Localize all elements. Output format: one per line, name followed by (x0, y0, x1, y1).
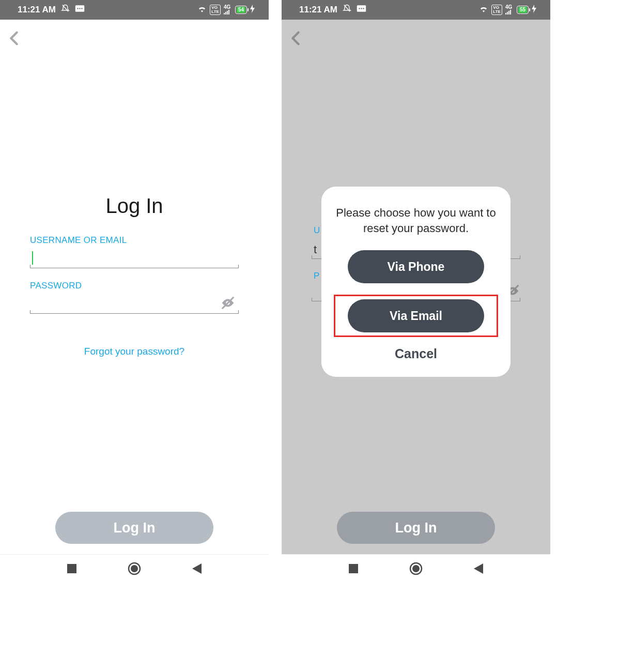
password-label: PASSWORD (30, 281, 239, 291)
svg-point-16 (359, 8, 360, 9)
login-button[interactable]: Log In (55, 512, 213, 544)
svg-point-2 (77, 8, 78, 9)
svg-marker-13 (192, 563, 202, 574)
message-icon (75, 5, 85, 15)
via-phone-button[interactable]: Via Phone (348, 250, 484, 283)
login-screen: Log In USERNAME OR EMAIL PASSWORD Forgot… (0, 20, 269, 554)
eye-slash-icon[interactable] (220, 295, 236, 313)
network-icon: 4G (224, 5, 232, 15)
svg-rect-8 (228, 10, 229, 14)
username-input[interactable] (33, 250, 239, 266)
phone-left-login: 11:21 AM VOLTE 4G 54 (0, 0, 269, 584)
login-screen-dimmed: U t P Log In Please choose how you want … (282, 20, 550, 554)
reset-password-modal: Please choose how you want to reset your… (321, 187, 511, 377)
message-icon (357, 5, 366, 15)
username-input-wrap[interactable] (30, 248, 239, 268)
svg-rect-10 (67, 564, 76, 573)
wifi-icon (479, 5, 488, 15)
battery-icon: 55 (517, 6, 529, 14)
charging-icon (250, 5, 255, 16)
svg-rect-20 (507, 12, 508, 14)
phone-right-reset-modal: 11:21 AM VOLTE 4G 55 (282, 0, 550, 584)
back-nav-icon[interactable] (474, 563, 483, 576)
modal-overlay: Please choose how you want to reset your… (282, 20, 550, 554)
svg-rect-21 (508, 11, 509, 14)
svg-point-3 (79, 8, 80, 9)
android-nav-bar (282, 554, 550, 584)
svg-rect-5 (224, 13, 225, 14)
android-nav-bar (0, 554, 269, 584)
password-field-group: PASSWORD (30, 281, 239, 314)
status-time: 11:21 AM (299, 5, 337, 15)
cancel-button[interactable]: Cancel (332, 346, 500, 361)
svg-rect-24 (349, 564, 358, 573)
password-input[interactable] (30, 295, 239, 311)
svg-rect-6 (225, 12, 226, 14)
home-icon[interactable] (409, 562, 423, 577)
home-icon[interactable] (128, 562, 141, 577)
password-input-wrap[interactable] (30, 293, 239, 314)
svg-rect-22 (510, 10, 511, 14)
modal-prompt: Please choose how you want to reset your… (332, 205, 500, 236)
wifi-icon (197, 5, 207, 15)
battery-icon: 54 (235, 6, 247, 14)
back-nav-icon[interactable] (192, 563, 202, 576)
status-bar: 11:21 AM VOLTE 4G 54 (0, 0, 269, 20)
charging-icon (532, 5, 537, 16)
via-email-highlight: Via Email (334, 295, 498, 337)
status-time: 11:21 AM (18, 5, 56, 15)
svg-point-4 (81, 8, 82, 9)
svg-marker-27 (474, 563, 483, 574)
login-title: Log In (30, 194, 239, 218)
forgot-password-link[interactable]: Forgot your password? (84, 346, 184, 357)
mute-icon (61, 4, 70, 16)
volte-icon: VOLTE (210, 5, 221, 15)
network-icon: 4G (505, 5, 514, 15)
volte-icon: VOLTE (491, 5, 502, 15)
username-label: USERNAME OR EMAIL (30, 235, 239, 246)
svg-point-12 (131, 565, 138, 572)
via-email-button[interactable]: Via Email (348, 299, 484, 332)
username-field-group: USERNAME OR EMAIL (30, 235, 239, 268)
recent-apps-icon[interactable] (67, 564, 76, 575)
svg-point-17 (361, 8, 362, 9)
svg-rect-19 (505, 13, 506, 14)
svg-point-18 (363, 8, 364, 9)
svg-rect-7 (227, 11, 228, 14)
svg-point-26 (412, 565, 420, 572)
recent-apps-icon[interactable] (349, 564, 358, 575)
status-bar: 11:21 AM VOLTE 4G 55 (282, 0, 550, 20)
mute-icon (343, 4, 351, 16)
back-button[interactable] (9, 31, 19, 48)
